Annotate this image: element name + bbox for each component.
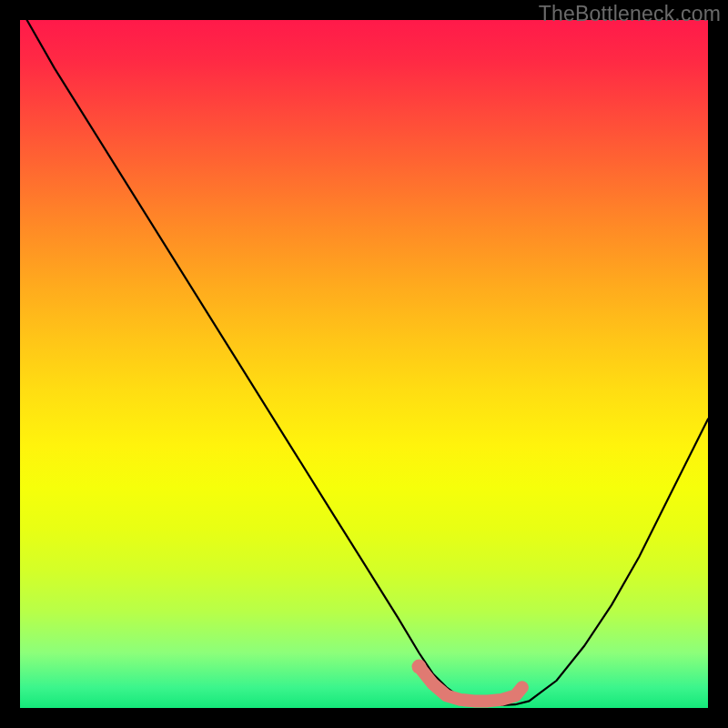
plot-area xyxy=(20,20,708,708)
chart-svg xyxy=(20,20,708,708)
chart-frame: TheBottleneck.com xyxy=(0,0,728,728)
highlight-region-path xyxy=(420,667,522,702)
bottleneck-curve-path xyxy=(27,20,708,705)
highlight-start-dot xyxy=(412,660,427,674)
